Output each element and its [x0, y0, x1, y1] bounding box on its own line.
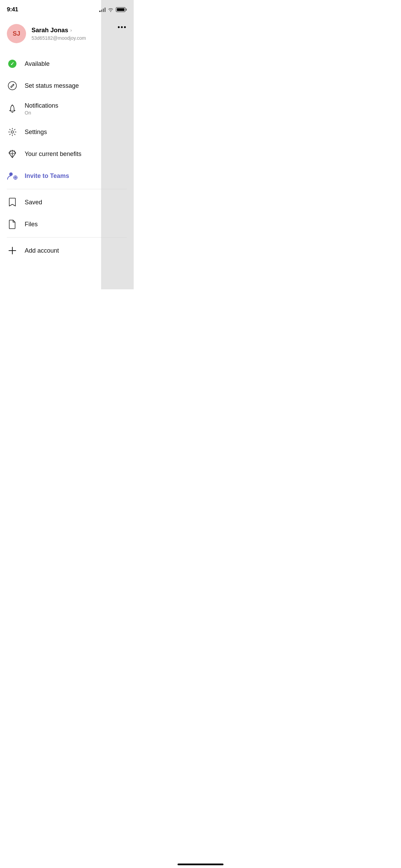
add-account-label: Add account — [25, 247, 59, 254]
notifications-text: Notifications On — [25, 102, 58, 116]
notifications-sublabel: On — [25, 110, 58, 116]
svg-point-2 — [11, 131, 14, 133]
set-status-label: Set status message — [25, 82, 79, 89]
invite-icon — [7, 170, 18, 181]
saved-label: Saved — [25, 199, 42, 206]
avatar: SJ — [7, 24, 26, 43]
gear-icon — [7, 126, 18, 137]
svg-point-7 — [9, 172, 13, 176]
settings-label: Settings — [25, 129, 47, 136]
bell-icon — [7, 104, 18, 114]
edit-icon — [7, 80, 18, 91]
screen: ••• 9:41 — [0, 0, 134, 289]
profile-name: Sarah Jonas › — [32, 27, 86, 34]
profile-info: Sarah Jonas › 53d65182@moodjoy.com — [32, 27, 86, 41]
file-icon — [7, 219, 18, 230]
bookmark-icon — [7, 197, 18, 208]
available-icon: ✓ — [7, 58, 18, 69]
invite-label: Invite to Teams — [25, 172, 69, 180]
plus-icon — [7, 245, 18, 256]
right-panel — [101, 0, 134, 289]
notifications-label: Notifications — [25, 102, 58, 109]
more-options-button[interactable]: ••• — [118, 23, 127, 31]
status-time: 9:41 — [7, 6, 18, 13]
available-label: Available — [25, 60, 50, 68]
chevron-right-icon: › — [70, 27, 72, 33]
svg-point-0 — [8, 82, 16, 90]
files-label: Files — [25, 221, 38, 228]
profile-email: 53d65182@moodjoy.com — [32, 35, 86, 41]
diamond-icon — [7, 148, 18, 159]
benefits-label: Your current benefits — [25, 150, 81, 158]
battery-icon — [116, 7, 127, 12]
